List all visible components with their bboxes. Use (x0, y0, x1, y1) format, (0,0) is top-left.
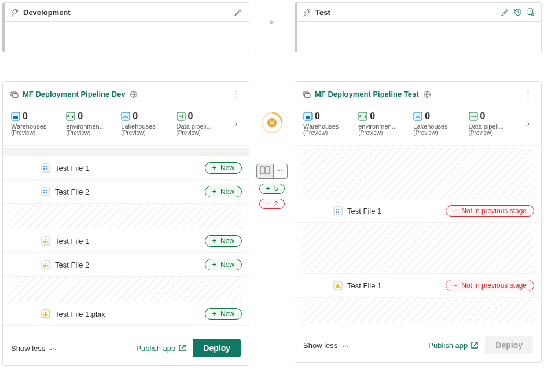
workspace-icon (10, 90, 19, 99)
chevron-down-icon[interactable]: ﹀ (274, 164, 288, 179)
svg-rect-2 (13, 93, 18, 97)
environment-icon (358, 112, 367, 121)
type-lakehouses[interactable]: 0 Lakehouses (Preview) (121, 111, 163, 136)
type-warehouses[interactable]: 0 Warehouses (Preview) (303, 111, 345, 136)
svg-rect-25 (45, 263, 46, 267)
list-item[interactable]: Test File 1.pbix + New (3, 302, 249, 326)
status-pill-missing: − Not in previous stage (446, 280, 534, 291)
type-pipelines[interactable]: 0 Data pipeli... (Preview) (177, 111, 219, 136)
svg-point-17 (43, 192, 45, 193)
artifact-types-row: 0 Warehouses (Preview) 0 environmen... (… (3, 107, 249, 146)
lakehouse-icon (413, 112, 422, 121)
dataset-icon (41, 187, 50, 196)
external-link-icon (470, 340, 479, 350)
workspace-title: MF Deployment Pipeline Test (315, 90, 419, 98)
type-lakehouses[interactable]: 0 Lakehouses (Preview) (413, 111, 455, 136)
rocket-icon (303, 8, 312, 17)
show-less-toggle[interactable]: Show less ︿ (11, 343, 57, 353)
removed-count-badge: − 2 (259, 199, 284, 209)
svg-rect-31 (266, 167, 270, 174)
empty-row (10, 277, 242, 302)
svg-rect-50 (337, 284, 339, 288)
item-name: Test File 2 (55, 261, 89, 269)
show-less-toggle[interactable]: Show less ︿ (303, 340, 350, 350)
pbix-icon (41, 309, 50, 318)
compare-mode-toggle[interactable]: ﹀ (256, 164, 288, 179)
warehouse-icon (11, 112, 20, 121)
svg-rect-14 (42, 188, 50, 196)
svg-point-15 (43, 190, 45, 191)
group-header (3, 148, 249, 156)
deploy-button[interactable]: Deploy (193, 339, 241, 357)
status-pill-new: + New (205, 308, 242, 320)
svg-point-44 (336, 209, 337, 210)
svg-point-0 (16, 10, 17, 12)
svg-rect-26 (47, 265, 48, 267)
types-next-button[interactable]: › (231, 116, 241, 131)
list-item[interactable]: Test File 1 − Not in previous stage (295, 199, 541, 223)
publish-app-link[interactable]: Publish app (136, 343, 187, 353)
dataset-icon (333, 206, 343, 215)
list-item[interactable]: Test File 2 + New (3, 253, 249, 277)
list-item[interactable]: Test File 1 + New (3, 229, 249, 253)
svg-rect-49 (336, 285, 337, 288)
type-pipelines[interactable]: 0 Data pipeli... (Preview) (469, 111, 511, 136)
empty-row (10, 204, 242, 229)
status-pill-new: + New (205, 186, 242, 197)
svg-rect-5 (13, 116, 18, 119)
status-pill-new: + New (205, 259, 242, 270)
svg-rect-30 (260, 167, 264, 174)
svg-point-12 (43, 168, 45, 170)
svg-point-47 (338, 211, 339, 213)
report-icon (333, 281, 343, 290)
pencil-icon[interactable] (234, 8, 243, 17)
list-item[interactable]: Test File 2 + New (3, 180, 249, 204)
list-item[interactable]: Test File 1 + New (3, 156, 249, 180)
globe-icon (129, 90, 138, 99)
type-environments[interactable]: 0 environmen... (Preview) (358, 111, 400, 136)
list-item[interactable]: Test File 1 − Not in previous stage (295, 274, 541, 298)
warehouse-icon (303, 112, 313, 121)
publish-app-link[interactable]: Publish app (428, 340, 479, 350)
workspace-panel-test: MF Deployment Pipeline Test ⋮ 0 Warehous… (295, 81, 542, 363)
svg-point-45 (338, 209, 339, 210)
stage-header-development: Development (2, 2, 249, 52)
item-name: Test File 1 (55, 237, 89, 246)
item-name: Test File 2 (55, 188, 89, 196)
svg-point-11 (46, 166, 47, 167)
item-name: Test File 1.pbix (55, 310, 105, 318)
dataset-icon (41, 163, 50, 173)
external-link-icon (178, 343, 187, 353)
empty-row (302, 148, 534, 199)
status-pill-missing: − Not in previous stage (446, 205, 534, 217)
empty-row (302, 223, 534, 274)
more-menu-button[interactable]: ⋮ (522, 87, 534, 101)
item-name: Test File 1 (347, 207, 381, 215)
svg-rect-9 (42, 164, 50, 172)
status-pill-new: + New (205, 162, 242, 174)
svg-rect-7 (122, 112, 130, 120)
pipeline-icon (469, 112, 478, 121)
svg-rect-22 (47, 241, 48, 243)
rules-icon[interactable] (526, 8, 535, 17)
svg-rect-24 (43, 265, 45, 267)
more-menu-button[interactable]: ⋮ (230, 87, 242, 101)
environment-icon (66, 112, 75, 121)
svg-point-32 (308, 10, 309, 12)
svg-point-46 (336, 211, 337, 213)
type-environments[interactable]: 0 environmen... (Preview) (66, 111, 108, 136)
item-name: Test File 1 (55, 164, 89, 173)
stage-arrow-icon: ▸ (270, 16, 274, 27)
svg-rect-43 (334, 207, 342, 215)
lakehouse-icon (121, 112, 130, 121)
svg-rect-21 (45, 239, 46, 243)
history-icon[interactable] (513, 8, 523, 17)
type-warehouses[interactable]: 0 Warehouses (Preview) (11, 111, 53, 136)
compare-status-circle (261, 112, 283, 134)
added-count-badge: + 5 (259, 184, 284, 194)
deploy-button: Deploy (485, 336, 533, 354)
pencil-icon[interactable] (501, 8, 510, 17)
svg-rect-41 (414, 112, 422, 120)
types-next-button[interactable]: › (524, 116, 533, 131)
svg-rect-51 (339, 286, 340, 288)
